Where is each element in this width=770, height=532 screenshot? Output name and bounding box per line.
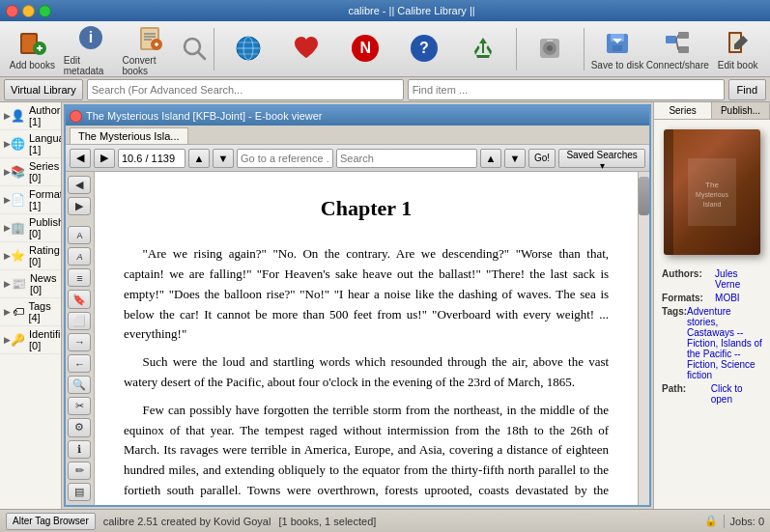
nav-back-button[interactable]: ◀ xyxy=(70,149,91,168)
list-tool[interactable]: ≡ xyxy=(68,268,91,287)
maximize-button[interactable] xyxy=(39,5,51,17)
save-to-disk-icon xyxy=(602,27,633,58)
book-cover: The Mysterious Island xyxy=(664,129,760,255)
text-settings-tool[interactable]: A xyxy=(68,247,91,266)
expand-arrow: ▶ xyxy=(4,139,11,149)
search-tool[interactable]: ⬜ xyxy=(68,312,91,330)
prev-tool[interactable]: ← xyxy=(68,354,91,373)
nav-back-tool[interactable]: ◀ xyxy=(68,176,91,194)
zoom-tool[interactable]: 🔍 xyxy=(68,376,91,394)
find-item-input[interactable] xyxy=(408,79,725,100)
nav-fwd-button[interactable]: ▶ xyxy=(94,149,115,168)
viewer-toolbar: ◀ ▶ ▲ ▼ ▲ ▼ Go! Saved Searches ▾ xyxy=(66,145,649,172)
tab-series[interactable]: Series xyxy=(654,102,712,119)
nav-fwd-tool[interactable]: ▶ xyxy=(68,197,91,215)
display-settings-tool[interactable]: A xyxy=(68,226,91,244)
info-tool[interactable]: ℹ xyxy=(68,440,91,459)
connect-share-label: Connect/share xyxy=(646,60,709,70)
convert-books-button[interactable]: Convert books xyxy=(121,24,178,74)
saved-searches-button[interactable]: Saved Searches ▾ xyxy=(558,149,645,168)
sidebar-item-series[interactable]: ▶ 📚 Series [0] xyxy=(0,158,61,186)
sidebar-item-languages[interactable]: ▶ 🌐 Languages [1] xyxy=(0,130,61,158)
sidebar-item-authors[interactable]: ▶ 👤 Authors [1] xyxy=(0,102,61,130)
sidebar-label: News [0] xyxy=(30,272,57,295)
viewer-search-input[interactable] xyxy=(336,149,477,168)
search-up-button[interactable]: ▲ xyxy=(480,149,501,168)
sidebar-item-identifiers[interactable]: ▶ 🔑 Identifiers [0] xyxy=(0,326,61,354)
minimize-button[interactable] xyxy=(22,5,35,17)
tab-publish[interactable]: Publish... xyxy=(712,102,770,119)
next-tool[interactable]: → xyxy=(68,333,91,351)
save-to-disk-button[interactable]: Save to disk xyxy=(589,24,646,74)
n-icon[interactable]: N xyxy=(337,24,394,74)
languages-icon: 🌐 xyxy=(11,136,25,152)
edit-book-button[interactable]: Edit book xyxy=(709,24,766,74)
add-books-button[interactable]: Add books xyxy=(4,24,61,74)
viewer-scrollbar[interactable] xyxy=(638,172,649,505)
path-value[interactable]: Click to open xyxy=(711,383,762,405)
expand-arrow: ▶ xyxy=(4,223,11,233)
close-button[interactable] xyxy=(6,5,18,17)
book-count: [1 books, 1 selected] xyxy=(278,516,376,527)
svg-text:The: The xyxy=(705,181,719,189)
book-info: Authors: Jules Verne Formats: MOBI Tags:… xyxy=(654,265,770,411)
ebook-viewer: The Mysterious Island [KFB-Joint] - E-bo… xyxy=(64,104,651,507)
formats-label: Formats: xyxy=(662,293,715,303)
page-input[interactable] xyxy=(118,149,185,168)
pen-tool[interactable]: ✏ xyxy=(68,462,91,480)
virtual-library-button[interactable]: Virtual Library xyxy=(4,79,83,100)
expand-arrow: ▶ xyxy=(4,195,11,205)
music-icon[interactable] xyxy=(522,24,579,74)
svg-rect-4 xyxy=(39,45,41,51)
tags-value[interactable]: Adventure stories, Castaways -- Fiction,… xyxy=(687,306,762,380)
right-tabs: Series Publish... xyxy=(654,102,770,120)
edit-book-label: Edit book xyxy=(718,60,758,70)
edit-metadata-button[interactable]: i Edit metadata xyxy=(63,24,120,74)
page-up-button[interactable]: ▲ xyxy=(188,149,210,168)
formats-value[interactable]: MOBI xyxy=(715,293,762,303)
search-down-button[interactable]: ▼ xyxy=(504,149,526,168)
sidebar-item-formats[interactable]: ▶ 📄 Formats [1] xyxy=(0,186,61,214)
viewer-title: The Mysterious Island [KFB-Joint] - E-bo… xyxy=(86,110,323,122)
viewer-page[interactable]: Chapter 1 "Are we rising again?" "No. On… xyxy=(95,172,638,505)
book-tab[interactable]: The Mysterious Isla... xyxy=(70,127,188,144)
sidebar-item-news[interactable]: ▶ 📰 News [0] xyxy=(0,270,61,298)
sidebar-label: Publisher [0] xyxy=(29,216,62,239)
svg-text:Island: Island xyxy=(703,201,722,208)
goto-button[interactable]: Go! xyxy=(528,149,556,168)
q-icon[interactable]: ? xyxy=(396,24,453,74)
connect-share-button[interactable]: Connect/share xyxy=(647,24,707,74)
convert-books-label: Convert books xyxy=(122,55,177,76)
globe-icon[interactable] xyxy=(219,24,276,74)
heart-icon[interactable] xyxy=(278,24,335,74)
sidebar-label: Series [0] xyxy=(29,160,59,183)
authors-icon: 👤 xyxy=(11,108,25,124)
page-down-button[interactable]: ▼ xyxy=(213,149,234,168)
cover-art: The Mysterious Island xyxy=(683,154,741,231)
copy-tool[interactable]: ✂ xyxy=(68,397,91,415)
goto-input[interactable] xyxy=(237,149,333,168)
window-controls[interactable] xyxy=(6,5,51,17)
sidebar-label: Rating [0] xyxy=(29,244,60,267)
convert-books-icon xyxy=(134,22,165,53)
bookmark-tool[interactable]: 🔖 xyxy=(68,290,91,308)
app-title: calibre - || Calibre Library || xyxy=(59,5,764,16)
sidebar-item-publisher[interactable]: ▶ 🏢 Publisher [0] xyxy=(0,214,61,242)
expand-arrow: ▶ xyxy=(4,251,11,261)
recycle-icon[interactable] xyxy=(454,24,511,74)
layout-tool[interactable]: ▤ xyxy=(68,483,91,501)
chapter-title: Chapter 1 xyxy=(124,191,609,225)
authors-value[interactable]: Jules Verne xyxy=(715,268,762,290)
alter-tag-browser-button[interactable]: Alter Tag Browser xyxy=(6,513,96,530)
viewer-close-button[interactable] xyxy=(70,110,82,123)
sidebar-item-rating[interactable]: ▶ ⭐ Rating [0] xyxy=(0,242,61,270)
edit-metadata-icon: i xyxy=(75,22,106,53)
scrollbar-thumb[interactable] xyxy=(639,177,649,215)
search-input[interactable] xyxy=(87,79,404,100)
paragraph-1: "Are we rising again?" "No. On the contr… xyxy=(124,244,609,345)
status-bar: Alter Tag Browser calibre 2.51 created b… xyxy=(0,509,770,532)
search-books-icon[interactable] xyxy=(180,23,209,73)
sidebar-item-tags[interactable]: ▶ 🏷 Tags [4] xyxy=(0,298,61,326)
settings-tool[interactable]: ⚙ xyxy=(68,418,91,436)
find-button[interactable]: Find xyxy=(728,79,766,100)
